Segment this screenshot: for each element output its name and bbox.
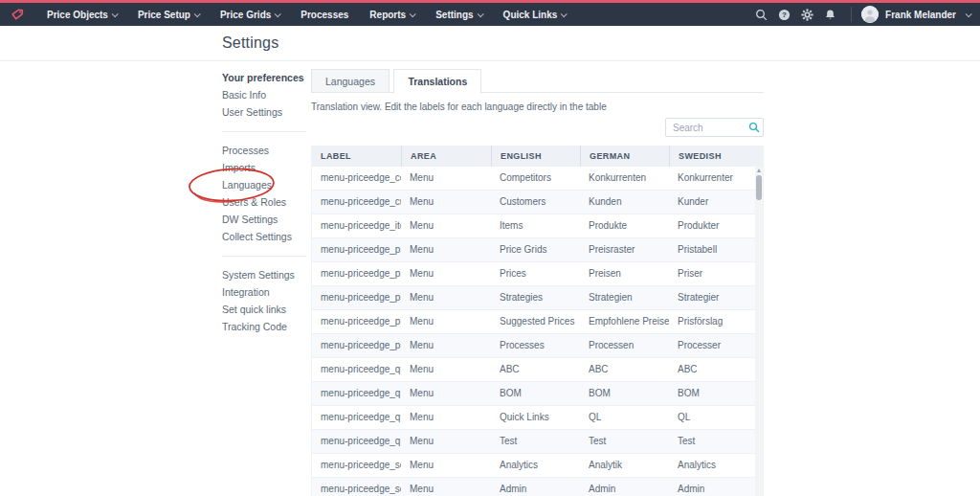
cell-german[interactable]: Preisraster [580, 238, 669, 261]
cell-swedish[interactable]: Analytics [669, 454, 757, 477]
cell-german[interactable]: Konkurrenten [580, 167, 669, 190]
cell-english[interactable]: ABC [491, 358, 580, 381]
cell-english[interactable]: Prices [491, 262, 580, 285]
cell-area: Menu [401, 310, 491, 333]
cell-area: Menu [401, 262, 491, 285]
cell-german[interactable]: Processen [580, 334, 669, 357]
cell-english[interactable]: Processes [491, 334, 580, 357]
cell-label: menu-priceedge_quicklinks... [312, 358, 401, 381]
cell-area: Menu [401, 238, 491, 261]
page-title: Settings [222, 34, 278, 52]
table-row: menu-priceedge_quicklinks...MenuQuick Li… [312, 406, 763, 430]
help-icon[interactable]: ? [772, 3, 795, 26]
cell-german[interactable]: BOM [580, 382, 669, 405]
sidebar-item-user-settings[interactable]: User Settings [222, 103, 310, 121]
cell-swedish[interactable]: Test [669, 430, 757, 453]
cell-swedish[interactable]: BOM [669, 382, 757, 405]
cell-english[interactable]: Strategies [491, 286, 580, 309]
cell-label: menu-priceedge_pricing_pr... [312, 262, 401, 285]
sidebar-item-system-settings[interactable]: System Settings [222, 266, 310, 283]
tab-translations[interactable]: Translations [393, 69, 481, 94]
cell-area: Menu [401, 430, 491, 453]
table-header-row: LABELAREAENGLISHGERMANSWEDISH [312, 146, 763, 167]
sidebar-item-imports[interactable]: Imports [222, 159, 310, 176]
sidebar-item-basic-info[interactable]: Basic Info [222, 86, 310, 103]
cell-english[interactable]: Suggested Prices [491, 310, 580, 333]
bell-icon[interactable] [818, 3, 841, 26]
cell-german[interactable]: Kunden [580, 191, 669, 214]
app-logo-tag-icon[interactable] [10, 7, 25, 22]
cell-swedish[interactable]: ABC [669, 358, 757, 381]
nav-item-price-setup[interactable]: Price Setup [127, 3, 210, 26]
sidebar-item-tracking-code[interactable]: Tracking Code [222, 318, 310, 335]
table-row: menu-priceedge_customers...MenuCustomers… [312, 191, 763, 214]
cell-german[interactable]: Test [580, 430, 669, 453]
search-icon[interactable] [749, 3, 772, 26]
sidebar-item-collect-settings[interactable]: Collect Settings [222, 228, 310, 245]
cell-label: menu-priceedge_items_items [312, 214, 401, 237]
nav-item-processes[interactable]: Processes [290, 3, 359, 26]
cell-german[interactable]: Analytik [580, 454, 669, 477]
sidebar-item-languages[interactable]: Languages [222, 176, 310, 193]
table-row: menu-priceedge_settings_a...MenuAnalytic… [312, 454, 763, 478]
tab-languages[interactable]: Languages [311, 69, 390, 93]
cell-german[interactable]: Preisen [580, 262, 669, 285]
chevron-down-icon[interactable] [966, 11, 972, 17]
cell-swedish[interactable]: Konkurrenter [669, 167, 757, 190]
cell-swedish[interactable]: Strategier [669, 286, 757, 309]
nav-item-label: Settings [435, 10, 473, 20]
table-row: menu-priceedge_items_itemsMenuItemsProdu… [312, 214, 763, 238]
avatar[interactable] [861, 6, 879, 23]
user-menu[interactable]: Frank Melander [885, 10, 956, 20]
search-submit-icon[interactable] [746, 122, 763, 133]
sidebar-item-set-quick-links[interactable]: Set quick links [222, 301, 310, 318]
nav-item-label: Reports [369, 10, 406, 20]
table-row: menu-priceedge_pricingen...MenuSuggested… [312, 310, 763, 334]
sidebar-item-users-roles[interactable]: Users & Roles [222, 193, 310, 211]
cell-english[interactable]: Analytics [491, 454, 580, 477]
cell-english[interactable]: Competitors [491, 167, 580, 190]
cell-swedish[interactable]: Prisförslag [669, 310, 757, 333]
cell-german[interactable]: Strategien [580, 286, 669, 309]
nav-item-quick-links[interactable]: Quick Links [493, 3, 577, 26]
cell-german[interactable]: ABC [580, 358, 669, 381]
cell-german[interactable]: Produkte [580, 214, 669, 237]
cell-area: Menu [401, 334, 491, 357]
cell-english[interactable]: Customers [491, 191, 580, 214]
cell-area: Menu [401, 478, 491, 496]
sidebar-item-integration[interactable]: Integration [222, 283, 310, 301]
cell-english[interactable]: Test [491, 430, 580, 453]
cell-english[interactable]: BOM [491, 382, 580, 405]
cell-english[interactable]: Items [491, 214, 580, 237]
cell-english[interactable]: Admin [491, 478, 580, 496]
scrollbar-up-arrow-icon[interactable] [755, 167, 763, 174]
table-body: menu-priceedge_competito...MenuCompetito… [312, 167, 763, 496]
sidebar-item-dw-settings[interactable]: DW Settings [222, 211, 310, 228]
cell-swedish[interactable]: Priser [669, 262, 757, 285]
table-row: menu-priceedge_quicklinks...MenuTestTest… [312, 430, 763, 454]
cell-german[interactable]: QL [580, 406, 669, 429]
nav-item-price-grids[interactable]: Price Grids [210, 3, 290, 26]
sidebar-item-processes[interactable]: Processes [222, 142, 310, 159]
chevron-down-icon [561, 11, 568, 17]
cell-swedish[interactable]: QL [669, 406, 757, 429]
nav-item-reports[interactable]: Reports [359, 3, 425, 26]
table-scrollbar[interactable] [755, 167, 763, 496]
cell-english[interactable]: Price Grids [491, 238, 580, 261]
translation-view-description: Translation view. Edit the labels for ea… [311, 101, 764, 112]
cell-english[interactable]: Quick Links [491, 406, 580, 429]
cell-area: Menu [401, 406, 491, 429]
cell-swedish[interactable]: Processer [669, 334, 757, 357]
nav-item-settings[interactable]: Settings [425, 3, 492, 26]
cell-swedish[interactable]: Admin [669, 478, 757, 496]
gear-icon[interactable] [795, 3, 818, 26]
scrollbar-thumb[interactable] [756, 175, 762, 200]
cell-swedish[interactable]: Produkter [669, 214, 757, 237]
cell-german[interactable]: Admin [580, 478, 669, 496]
search-input[interactable] [666, 123, 746, 133]
cell-swedish[interactable]: Pristabell [669, 238, 757, 261]
cell-swedish[interactable]: Kunder [669, 191, 757, 214]
nav-item-price-objects[interactable]: Price Objects [36, 3, 127, 26]
cell-german[interactable]: Empfohlene Preise [580, 310, 669, 333]
table-row: menu-priceedge_competito...MenuCompetito… [312, 167, 763, 191]
